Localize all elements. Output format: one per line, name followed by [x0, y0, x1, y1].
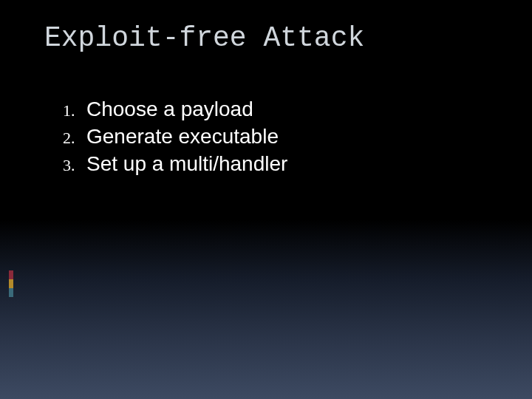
numbered-list: 1. Choose a payload 2. Generate executab… [63, 96, 287, 178]
slide: Exploit-free Attack 1. Choose a payload … [0, 0, 532, 399]
slide-title: Exploit-free Attack [44, 22, 364, 54]
accent-bar-icon [9, 288, 13, 297]
accent-bar-icon [9, 279, 13, 288]
accent-bars [9, 270, 13, 297]
list-item-text: Choose a payload [86, 96, 253, 122]
accent-bar-icon [9, 270, 13, 279]
list-item: 2. Generate executable [63, 123, 287, 149]
list-item: 3. Set up a multi/handler [63, 151, 287, 177]
list-item: 1. Choose a payload [63, 96, 287, 122]
list-item-text: Set up a multi/handler [86, 151, 287, 177]
list-item-number: 3. [63, 155, 86, 176]
list-item-number: 2. [63, 128, 86, 149]
list-item-number: 1. [63, 100, 86, 121]
list-item-text: Generate executable [86, 123, 279, 149]
